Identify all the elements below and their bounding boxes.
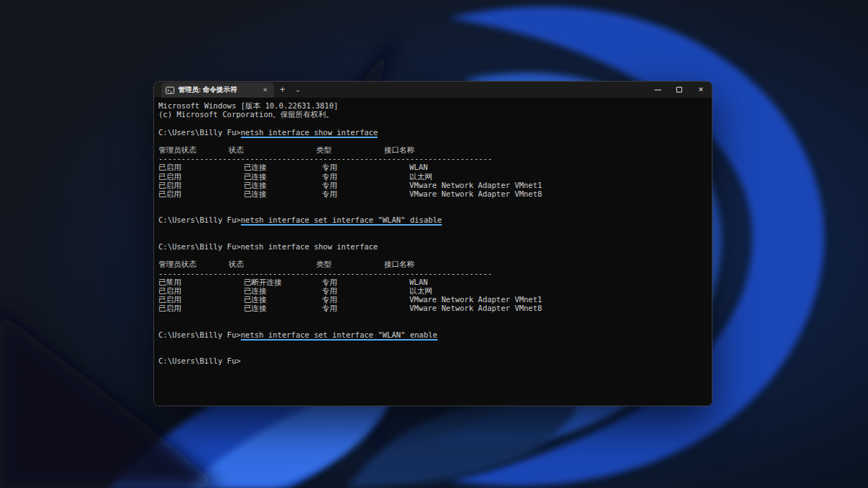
table-cell: 以太网: [409, 172, 707, 181]
table-header-cell: 接口名称: [384, 260, 707, 268]
prompt-text: C:\Users\Billy Fu>: [158, 215, 241, 224]
prompt-text: C:\Users\Billy Fu>: [158, 128, 241, 137]
terminal-blank-line: [158, 234, 707, 242]
table-cell: 已启用: [158, 295, 244, 304]
table-cell: VMware Network Adapter VMnet1: [409, 295, 707, 304]
table-cell: 已连接: [244, 286, 322, 295]
minimize-button[interactable]: [647, 82, 668, 98]
table-row: 已启用已连接专用WLAN: [158, 163, 707, 171]
terminal-blank-line: [158, 207, 707, 215]
table-cell: 专用: [322, 163, 409, 171]
terminal-line: Microsoft Windows [版本 10.0.22631.3810]: [158, 101, 707, 110]
table-header-cell: 状态: [229, 260, 316, 268]
terminal-blank-line: [158, 225, 707, 234]
maximize-button[interactable]: [668, 82, 690, 98]
table-header-cell: 管理员状态: [158, 260, 229, 268]
command-text: netsh interface set interface "WLAN" dis…: [241, 215, 442, 226]
table-cell: 已启用: [158, 189, 244, 198]
new-tab-button[interactable]: +: [274, 82, 291, 98]
table-cell: 专用: [322, 172, 409, 181]
table-cell: 专用: [322, 286, 409, 295]
command-text: netsh interface show interface: [241, 242, 378, 251]
table-separator: ----------------------------------------…: [158, 154, 707, 163]
table-cell: 已连接: [244, 304, 322, 312]
tab-cmd-admin[interactable]: 管理员: 命令提示符 ✕: [161, 82, 274, 98]
tab-title: 管理员: 命令提示符: [178, 85, 257, 95]
prompt-text: C:\Users\Billy Fu>: [158, 242, 241, 251]
table-cell: 专用: [322, 181, 409, 189]
table-header-cell: 类型: [316, 260, 384, 268]
maximize-icon: [676, 87, 682, 93]
terminal-window: 管理员: 命令提示符 ✕ + ⌄ ✕ Microsoft Windows [版本…: [153, 81, 712, 406]
table-cell: 已连接: [244, 295, 322, 304]
table-cell: 专用: [322, 189, 409, 198]
table-cell: 专用: [322, 304, 409, 312]
terminal-blank-line: [158, 339, 707, 348]
tab-dropdown-button[interactable]: ⌄: [291, 82, 305, 98]
table-cell: 已连接: [244, 172, 322, 181]
close-button[interactable]: ✕: [690, 82, 712, 98]
table-cell: 已启用: [158, 304, 244, 312]
close-icon: ✕: [698, 87, 704, 93]
terminal-command-line: C:\Users\Billy Fu>netsh interface show i…: [158, 242, 707, 251]
tab-close-icon[interactable]: ✕: [260, 85, 270, 95]
titlebar[interactable]: 管理员: 命令提示符 ✕ + ⌄ ✕: [154, 82, 712, 98]
terminal-blank-line: [158, 322, 707, 330]
table-cell: 已启用: [158, 163, 244, 171]
prompt-text: C:\Users\Billy Fu>: [158, 356, 241, 365]
table-cell: 以太网: [409, 286, 707, 295]
table-header-cell: 状态: [229, 145, 316, 154]
terminal-blank-line: [158, 119, 707, 127]
table-row: 已启用已连接专用VMware Network Adapter VMnet1: [158, 295, 707, 304]
table-cell: 已连接: [244, 163, 322, 171]
table-cell: VMware Network Adapter VMnet8: [409, 304, 707, 312]
terminal-blank-line: [158, 348, 707, 356]
table-cell: 已禁用: [158, 278, 244, 286]
terminal-command-line: C:\Users\Billy Fu>netsh interface set in…: [158, 215, 707, 224]
table-header-row: 管理员状态状态类型接口名称: [158, 145, 707, 154]
table-cell: 专用: [322, 295, 409, 304]
table-row: 已禁用已断开连接专用WLAN: [158, 278, 707, 286]
terminal-blank-line: [158, 313, 707, 322]
table-header-cell: 管理员状态: [158, 145, 229, 154]
table-cell: 已连接: [244, 181, 322, 189]
table-cell: 专用: [322, 278, 409, 286]
command-text: netsh interface set interface "WLAN" ena…: [241, 330, 438, 341]
table-cell: 已启用: [158, 181, 244, 189]
table-cell: WLAN: [409, 278, 707, 286]
table-cell: 已启用: [158, 286, 244, 295]
terminal-command-line: C:\Users\Billy Fu>netsh interface set in…: [158, 330, 707, 339]
terminal-blank-line: [158, 137, 707, 145]
prompt-text: C:\Users\Billy Fu>: [158, 330, 241, 339]
terminal-blank-line: [158, 198, 707, 207]
terminal-blank-line: [158, 251, 707, 260]
table-header-cell: 接口名称: [384, 145, 707, 154]
table-cell: VMware Network Adapter VMnet8: [409, 189, 707, 198]
table-row: 已启用已连接专用以太网: [158, 172, 707, 181]
terminal-content[interactable]: Microsoft Windows [版本 10.0.22631.3810](c…: [154, 98, 712, 406]
terminal-command-line: C:\Users\Billy Fu>netsh interface show i…: [158, 128, 707, 137]
table-row: 已启用已连接专用VMware Network Adapter VMnet8: [158, 189, 707, 198]
table-separator: ----------------------------------------…: [158, 269, 707, 278]
table-row: 已启用已连接专用以太网: [158, 286, 707, 295]
terminal-command-line: C:\Users\Billy Fu>: [158, 356, 707, 365]
table-row: 已启用已连接专用VMware Network Adapter VMnet8: [158, 304, 707, 312]
table-header-cell: 类型: [316, 145, 384, 154]
table-cell: VMware Network Adapter VMnet1: [409, 181, 707, 189]
terminal-line: (c) Microsoft Corporation。保留所有权利。: [158, 110, 707, 119]
table-header-row: 管理员状态状态类型接口名称: [158, 260, 707, 268]
table-cell: 已连接: [244, 189, 322, 198]
table-cell: 已启用: [158, 172, 244, 181]
command-text: netsh interface show interface: [241, 128, 378, 138]
cmd-icon: [166, 86, 174, 95]
table-cell: WLAN: [409, 163, 707, 171]
minimize-icon: [655, 90, 661, 90]
table-cell: 已断开连接: [244, 278, 322, 286]
titlebar-drag-area[interactable]: [305, 82, 647, 98]
table-row: 已启用已连接专用VMware Network Adapter VMnet1: [158, 181, 707, 189]
